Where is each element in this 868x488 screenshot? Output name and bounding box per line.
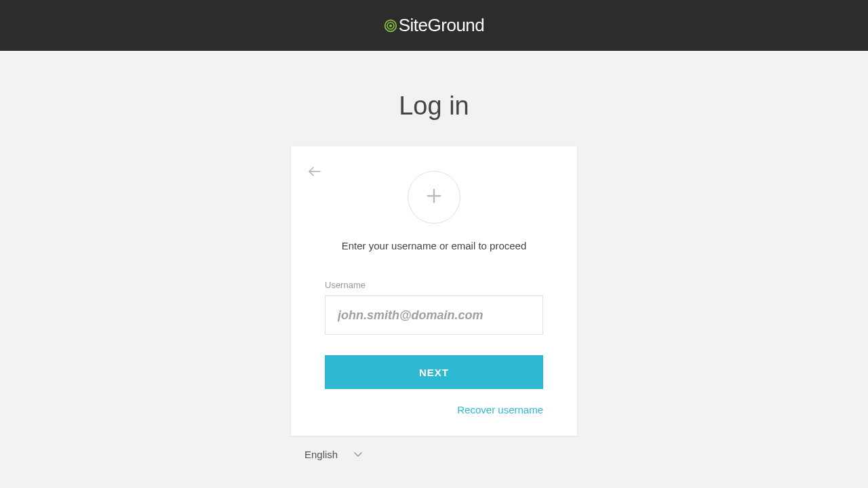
- next-button[interactable]: NEXT: [325, 355, 543, 389]
- svg-point-2: [389, 24, 392, 26]
- language-label: English: [304, 449, 338, 460]
- plus-icon: [425, 186, 443, 209]
- recover-username-link[interactable]: Recover username: [325, 404, 543, 415]
- back-button[interactable]: [309, 167, 321, 176]
- brand-logo[interactable]: SiteGround: [384, 15, 485, 36]
- app-header: SiteGround: [0, 0, 868, 51]
- main-content: Log in Enter your username or email to p…: [0, 51, 868, 460]
- username-input[interactable]: [325, 296, 543, 335]
- chevron-down-icon: [354, 448, 362, 460]
- login-card: Enter your username or email to proceed …: [291, 146, 577, 436]
- avatar-placeholder: [408, 171, 460, 224]
- page-title: Log in: [399, 92, 469, 121]
- language-selector[interactable]: English: [291, 448, 577, 460]
- brand-name: SiteGround: [399, 15, 485, 36]
- instruction-text: Enter your username or email to proceed: [325, 240, 543, 251]
- username-label: Username: [325, 280, 543, 290]
- logo-spiral-icon: [384, 19, 397, 33]
